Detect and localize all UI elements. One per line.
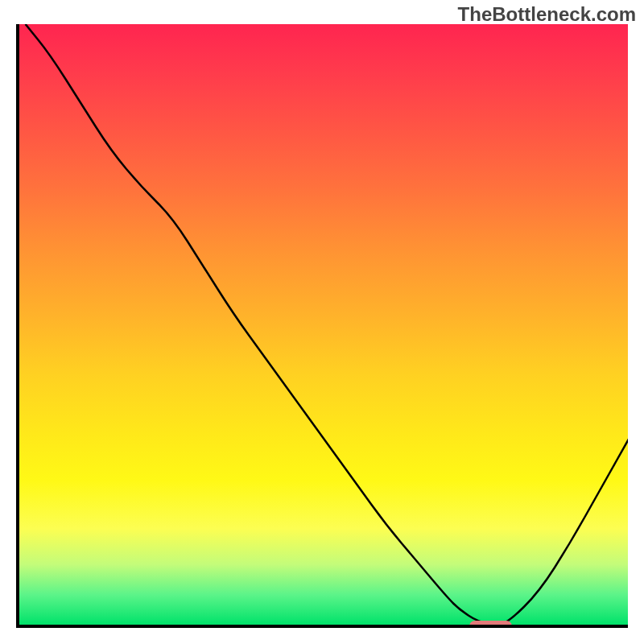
chart-container: TheBottleneck.com <box>0 0 644 644</box>
optimal-marker <box>469 621 512 628</box>
bottleneck-curve <box>19 24 628 628</box>
plot-area <box>16 24 628 628</box>
watermark-text: TheBottleneck.com <box>458 3 636 26</box>
